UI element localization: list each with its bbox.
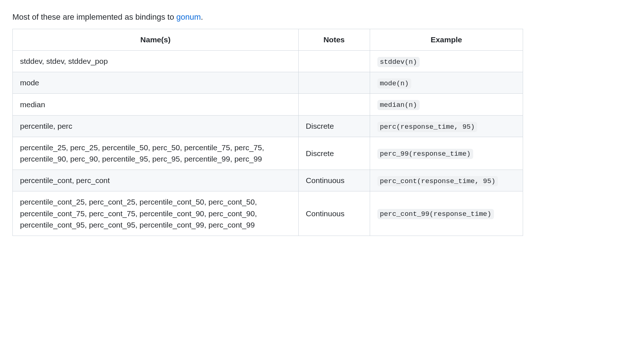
table-row: mode mode(n): [13, 72, 523, 93]
intro-text-suffix: .: [201, 12, 203, 22]
cell-example: perc_99(response_time): [370, 137, 523, 170]
cell-notes: [298, 72, 370, 93]
example-code: perc_99(response_time): [377, 149, 473, 159]
cell-example: mode(n): [370, 72, 523, 93]
cell-example: perc_cont_99(response_time): [370, 191, 523, 236]
gonum-link[interactable]: gonum: [176, 12, 201, 22]
cell-name: percentile_25, perc_25, percentile_50, p…: [13, 137, 299, 170]
example-code: perc(response_time, 95): [377, 122, 478, 132]
example-code: perc_cont_99(response_time): [377, 209, 494, 219]
cell-notes: Continuous: [298, 191, 370, 236]
table-row: percentile, perc Discrete perc(response_…: [13, 115, 523, 137]
cell-notes: Discrete: [298, 137, 370, 170]
table-header-row: Name(s) Notes Example: [13, 29, 523, 51]
intro-paragraph: Most of these are implemented as binding…: [12, 11, 523, 23]
table-row: percentile_cont_25, perc_cont_25, percen…: [13, 191, 523, 236]
col-header-notes: Notes: [298, 29, 370, 51]
cell-notes: Discrete: [298, 115, 370, 137]
cell-name: percentile_cont, perc_cont: [13, 170, 299, 191]
intro-text-prefix: Most of these are implemented as binding…: [12, 12, 176, 22]
table-row: percentile_25, perc_25, percentile_50, p…: [13, 137, 523, 170]
col-header-example: Example: [370, 29, 523, 51]
cell-notes: [298, 50, 370, 72]
example-code: mode(n): [377, 78, 411, 89]
table-row: median median(n): [13, 94, 523, 115]
cell-name: stddev, stdev, stddev_pop: [13, 50, 299, 72]
example-code: median(n): [377, 100, 420, 110]
cell-notes: Continuous: [298, 170, 370, 191]
cell-name: mode: [13, 72, 299, 93]
cell-notes: [298, 94, 370, 115]
table-row: stddev, stdev, stddev_pop stddev(n): [13, 50, 523, 72]
example-code: stddev(n): [377, 57, 420, 67]
cell-name: median: [13, 94, 299, 115]
cell-example: median(n): [370, 94, 523, 115]
col-header-name: Name(s): [13, 29, 299, 51]
cell-example: perc_cont(response_time, 95): [370, 170, 523, 191]
cell-name: percentile, perc: [13, 115, 299, 137]
cell-name: percentile_cont_25, perc_cont_25, percen…: [13, 191, 299, 236]
example-code: perc_cont(response_time, 95): [377, 176, 498, 186]
cell-example: perc(response_time, 95): [370, 115, 523, 137]
table-row: percentile_cont, perc_cont Continuous pe…: [13, 170, 523, 191]
functions-table: Name(s) Notes Example stddev, stdev, std…: [12, 29, 523, 236]
cell-example: stddev(n): [370, 50, 523, 72]
